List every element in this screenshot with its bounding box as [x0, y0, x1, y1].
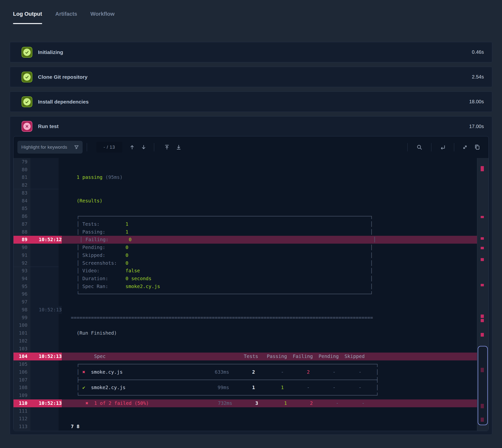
- line-number[interactable]: 100: [14, 321, 30, 329]
- line-number[interactable]: 98: [14, 306, 30, 314]
- line-content: [59, 189, 488, 197]
- log-panel: Highlight for keywords - / 13: [13, 136, 489, 431]
- next-match-button[interactable]: [139, 142, 149, 152]
- line-content: │ Video: false │: [59, 267, 488, 275]
- minimap-error-marker: [481, 319, 484, 322]
- line-number[interactable]: 86: [14, 212, 30, 220]
- tab-workflow-label: Workflow: [91, 11, 115, 17]
- line-number[interactable]: 97: [14, 298, 30, 306]
- line-timestamp: 10:52:12: [30, 236, 62, 244]
- line-timestamp: [30, 244, 59, 252]
- line-number[interactable]: 99: [14, 314, 30, 322]
- line-number[interactable]: 83: [14, 189, 30, 197]
- step-card-install-dependencies: Install dependencies18.00s: [10, 92, 492, 112]
- step-header-run-test[interactable]: Run test17.00s: [10, 116, 492, 136]
- line-number[interactable]: 82: [14, 181, 30, 189]
- line-number[interactable]: 110: [14, 400, 30, 407]
- line-number[interactable]: 105: [14, 360, 30, 368]
- scroll-to-bottom-button[interactable]: [174, 142, 183, 152]
- log-line: 113 7 8: [14, 423, 488, 431]
- line-number[interactable]: 102: [14, 337, 30, 345]
- line-number[interactable]: 87: [14, 220, 30, 228]
- line-number[interactable]: 108: [14, 384, 30, 392]
- success-check-icon: [22, 96, 32, 107]
- tab-log-output-label: Log Output: [13, 11, 42, 17]
- line-number[interactable]: 104: [14, 352, 30, 360]
- tab-bar: Log Output Artifacts Workflow: [10, 0, 492, 24]
- line-number[interactable]: 113: [14, 423, 30, 431]
- scrollbar-thumb[interactable]: [478, 346, 488, 425]
- step-title: Install dependencies: [38, 99, 89, 105]
- line-number[interactable]: 92: [14, 259, 30, 267]
- step-header-clone-git-repository[interactable]: Clone Git repository2.54s: [10, 67, 492, 87]
- log-line: 94 │ Duration: 0 seconds │: [14, 275, 488, 283]
- line-number[interactable]: 112: [14, 415, 30, 423]
- line-content: [59, 158, 488, 166]
- line-number[interactable]: 81: [14, 174, 30, 181]
- line-number[interactable]: 79: [14, 158, 30, 166]
- log-line: 11010:52:13 ✖ 1 of 2 failed (50%) 732ms …: [14, 400, 488, 407]
- line-number[interactable]: 91: [14, 252, 30, 259]
- line-timestamp: [30, 329, 59, 337]
- log-line: 101 (Run Finished): [14, 329, 488, 337]
- expand-button[interactable]: [460, 142, 470, 152]
- log-line: 80: [14, 166, 488, 174]
- line-number[interactable]: 85: [14, 205, 30, 212]
- tab-artifacts-label: Artifacts: [55, 11, 77, 17]
- log-line: 91 │ Skipped: 0 │: [14, 252, 488, 259]
- minimap-error-marker: [481, 315, 484, 318]
- step-title: Initializing: [38, 49, 63, 55]
- log-line: 100: [14, 321, 488, 329]
- scroll-to-top-button[interactable]: [162, 142, 172, 152]
- search-icon: [416, 144, 423, 150]
- search-button[interactable]: [414, 142, 424, 152]
- tab-log-output[interactable]: Log Output: [13, 11, 42, 24]
- line-number[interactable]: 96: [14, 290, 30, 298]
- line-content: └───────────────────────────────────────…: [59, 392, 488, 400]
- log-line: 102: [14, 337, 488, 345]
- scroll-to-bottom-icon: [176, 144, 182, 150]
- filter-icon: [74, 144, 79, 150]
- log-line: 108 │ ✔ smoke2.cy.js 99ms 1 1 - - - │: [14, 384, 488, 392]
- line-timestamp: [30, 205, 59, 212]
- step-header-initializing[interactable]: Initializing0.46s: [10, 42, 492, 62]
- expand-icon: [462, 144, 468, 150]
- minimap-error-marker: [481, 284, 484, 286]
- keyword-filter-input[interactable]: Highlight for keywords: [17, 141, 83, 154]
- wrap-lines-button[interactable]: [438, 142, 448, 152]
- line-number[interactable]: 88: [14, 228, 30, 236]
- minimap-error-marker: [481, 166, 484, 171]
- toolbar-divider: [431, 143, 431, 151]
- line-number[interactable]: 101: [14, 329, 30, 337]
- line-number[interactable]: 84: [14, 197, 30, 205]
- line-number[interactable]: 106: [14, 368, 30, 376]
- line-content: 1 passing (95ms): [59, 174, 488, 181]
- line-number[interactable]: 94: [14, 275, 30, 283]
- line-number[interactable]: 95: [14, 283, 30, 290]
- line-timestamp: [30, 368, 59, 376]
- line-number[interactable]: 107: [14, 376, 30, 384]
- success-check-icon: [22, 47, 32, 58]
- line-number[interactable]: 80: [14, 166, 30, 174]
- line-number[interactable]: 90: [14, 244, 30, 252]
- success-check-icon: [22, 72, 32, 82]
- step-header-install-dependencies[interactable]: Install dependencies18.00s: [10, 92, 492, 112]
- line-number[interactable]: 103: [14, 345, 30, 353]
- step-duration: 2.54s: [472, 74, 484, 80]
- tab-workflow[interactable]: Workflow: [91, 11, 115, 24]
- line-timestamp: [30, 189, 59, 197]
- tab-artifacts[interactable]: Artifacts: [55, 11, 77, 24]
- minimap-error-marker: [481, 258, 484, 261]
- line-number[interactable]: 109: [14, 392, 30, 400]
- log-toolbar: Highlight for keywords - / 13: [14, 136, 488, 158]
- line-number[interactable]: 111: [14, 407, 30, 415]
- line-number[interactable]: 89: [14, 236, 30, 244]
- prev-match-button[interactable]: [127, 142, 137, 152]
- line-number[interactable]: 93: [14, 267, 30, 275]
- line-content: └───────────────────────────────────────…: [59, 290, 488, 298]
- copy-log-button[interactable]: [472, 142, 482, 152]
- toolbar-divider: [454, 143, 454, 151]
- minimap-scrollbar[interactable]: [477, 158, 488, 431]
- active-tab-underline: [13, 23, 42, 24]
- line-content: [62, 306, 488, 314]
